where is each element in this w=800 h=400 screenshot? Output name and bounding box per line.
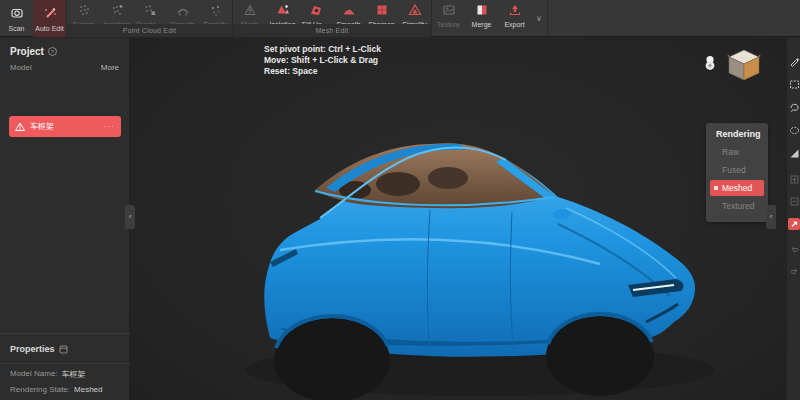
rect-select-icon[interactable] — [788, 78, 800, 90]
export-button[interactable]: Export — [498, 0, 531, 24]
mesh-simplify-icon — [408, 3, 422, 20]
fusion-button[interactable]: Fusion — [67, 0, 100, 24]
collapse-panel-icon[interactable] — [59, 340, 68, 358]
toolbar-group-scan: Scan Auto Edit — [0, 0, 67, 36]
model-item-menu-icon[interactable]: ··· — [104, 122, 115, 131]
mesh-isolation-button[interactable]: Isolation — [266, 0, 299, 24]
auto-edit-label: Auto Edit — [35, 25, 63, 32]
help-icon[interactable]: ? — [48, 47, 57, 56]
property-row-rendering-state: Rendering State: Meshed — [10, 385, 120, 394]
magnet-icon[interactable] — [702, 54, 718, 74]
project-panel-title: Project — [10, 46, 44, 57]
point-cloud-smooth-icon — [176, 3, 190, 20]
auto-edit-button[interactable]: Auto Edit — [33, 0, 66, 37]
chevron-left-icon: ‹ — [770, 212, 773, 221]
sharpen-button[interactable]: Sharpen — [365, 0, 398, 24]
model-item-name: 车框架 — [30, 121, 99, 132]
fill-holes-icon — [309, 3, 323, 20]
scan-button[interactable]: Scan — [0, 0, 33, 37]
sharpen-icon — [375, 3, 389, 20]
properties-panel: Properties Model Name: 车框架 Rendering Sta… — [0, 333, 130, 400]
lasso-select-icon[interactable] — [788, 101, 800, 113]
rendering-panel: Rendering Raw Fused Meshed Textured — [706, 123, 768, 222]
texture-button[interactable]: Texture — [432, 0, 465, 24]
point-cloud-fusion-icon — [77, 3, 91, 20]
model-list-item-selected[interactable]: 车框架 ··· — [9, 116, 121, 137]
viewport-hints: Set pivot point: Ctrl + L-Click Move: Sh… — [264, 44, 381, 77]
mesh-icon — [243, 3, 257, 20]
toolbar-group-point-cloud-edit: Fusion Isolation Overla… — [67, 0, 233, 36]
rendering-option-meshed[interactable]: Meshed — [710, 180, 764, 196]
rendering-panel-title: Rendering — [710, 128, 764, 144]
mesh-simplify-button[interactable]: Simplify — [398, 0, 431, 24]
export-icon — [508, 3, 522, 20]
point-cloud-edit-group-label: Point Cloud Edit — [67, 24, 232, 37]
pc-smooth-button[interactable]: Smooth — [166, 0, 199, 24]
hint-reset: Reset: Space — [264, 66, 381, 77]
mesh-isolation-icon — [276, 3, 290, 20]
mesh-button[interactable]: Mesh — [233, 0, 266, 24]
fill-holes-button[interactable]: Fill Ho… — [299, 0, 332, 24]
car-model-mesh — [130, 38, 786, 400]
mesh-edit-group-label: Mesh Edit — [233, 24, 431, 37]
toolbar-group-output: Texture Merge Export ∨ — [432, 0, 548, 36]
rendering-option-fused[interactable]: Fused — [710, 162, 764, 178]
collapse-left-panel-button[interactable]: ‹ — [125, 205, 135, 229]
mesh-model-icon — [15, 118, 25, 136]
export-dropdown-chevron[interactable]: ∨ — [531, 0, 547, 37]
application-window: Scan Auto Edit Fusion — [0, 0, 800, 400]
chevron-down-icon: ∨ — [536, 14, 542, 23]
more-button[interactable]: More — [101, 63, 119, 72]
rendering-option-raw[interactable]: Raw — [710, 144, 764, 160]
model-section-label: Model — [10, 63, 32, 72]
point-cloud-simplify-icon — [209, 3, 223, 20]
scan-icon — [10, 6, 24, 23]
merge-icon — [475, 3, 489, 20]
overlap-button[interactable]: Overla… — [133, 0, 166, 24]
collapse-right-panel-button[interactable]: ‹ — [766, 205, 776, 229]
expand-selection-icon[interactable] — [788, 173, 800, 185]
brush-select-icon[interactable] — [788, 55, 800, 67]
mesh-smooth-button[interactable]: Smooth — [332, 0, 365, 24]
project-panel: Project ? Model More 车框架 ··· Properties — [0, 38, 130, 400]
mesh-smooth-icon — [342, 3, 356, 20]
viewport-gizmos — [702, 48, 762, 86]
view-cube[interactable] — [726, 48, 762, 86]
viewport-3d[interactable]: Set pivot point: Ctrl + L-Click Move: Sh… — [130, 38, 786, 400]
property-row-model-name: Model Name: 车框架 — [10, 369, 120, 380]
selection-tool-strip — [786, 38, 800, 400]
pc-simplify-button[interactable]: Simplify — [199, 0, 232, 24]
scan-label: Scan — [9, 25, 25, 32]
point-cloud-overlap-icon — [143, 3, 157, 20]
toolbar-filler — [548, 0, 800, 36]
merge-button[interactable]: Merge — [465, 0, 498, 24]
point-cloud-isolation-icon — [110, 3, 124, 20]
delete-selection-icon[interactable] — [788, 218, 800, 230]
toolbar-group-mesh-edit: Mesh Isolation Fill Ho… — [233, 0, 432, 36]
main-toolbar: Scan Auto Edit Fusion — [0, 0, 800, 37]
chevron-left-icon: ‹ — [129, 212, 132, 221]
hint-move: Move: Shift + L-Click & Drag — [264, 55, 381, 66]
ellipse-select-icon[interactable] — [788, 124, 800, 136]
hint-set-pivot: Set pivot point: Ctrl + L-Click — [264, 44, 381, 55]
shrink-selection-icon[interactable] — [788, 195, 800, 207]
redo-icon[interactable] — [788, 265, 800, 277]
plane-select-icon[interactable] — [788, 147, 800, 159]
magic-wand-icon — [43, 6, 57, 23]
properties-title: Properties — [10, 344, 55, 354]
undo-icon[interactable] — [788, 243, 800, 255]
texture-icon — [442, 3, 456, 20]
rendering-option-textured[interactable]: Textured — [710, 198, 764, 214]
pc-isolation-button[interactable]: Isolation — [100, 0, 133, 24]
